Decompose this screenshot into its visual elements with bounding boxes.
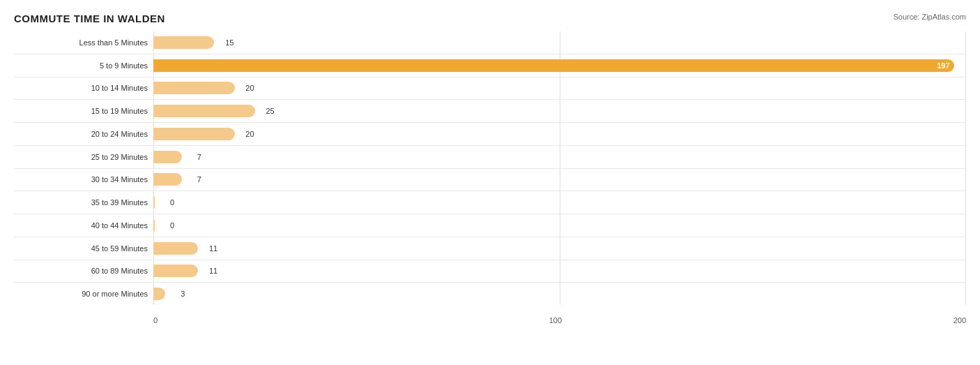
- bar-area: 25: [153, 101, 966, 121]
- bar-row: Less than 5 Minutes15: [14, 31, 966, 54]
- bar-area: 20: [153, 79, 966, 98]
- bar: 11: [153, 242, 198, 255]
- bar-label: 40 to 44 Minutes: [14, 221, 153, 230]
- bar-value: 11: [209, 244, 217, 253]
- bar-row: 90 or more Minutes3: [14, 283, 966, 305]
- chart-container: COMMUTE TIME IN WALDEN Source: ZipAtlas.…: [0, 0, 980, 365]
- bar-label: 45 to 59 Minutes: [14, 244, 153, 253]
- bar: 0: [153, 219, 155, 232]
- bar: 11: [153, 265, 198, 277]
- bar-row: 10 to 14 Minutes20: [14, 77, 966, 100]
- bar-label: Less than 5 Minutes: [14, 38, 153, 47]
- bar-value: 15: [225, 38, 233, 47]
- bar-row: 40 to 44 Minutes0: [14, 214, 966, 237]
- bar-row: 25 to 29 Minutes7: [14, 146, 966, 169]
- chart-title: COMMUTE TIME IN WALDEN: [14, 13, 165, 24]
- bar-row: 20 to 24 Minutes20: [14, 123, 966, 146]
- bar-row: 5 to 9 Minutes197: [14, 54, 966, 77]
- bar-label: 35 to 39 Minutes: [14, 198, 153, 207]
- chart-source: Source: ZipAtlas.com: [893, 13, 966, 21]
- bar-label: 10 to 14 Minutes: [14, 84, 153, 92]
- bar-label: 60 to 89 Minutes: [14, 267, 153, 275]
- x-axis: 0100200: [153, 305, 966, 325]
- bar-row: 35 to 39 Minutes0: [14, 191, 966, 214]
- bar-area: 11: [153, 239, 966, 258]
- bar-label: 15 to 19 Minutes: [14, 107, 153, 115]
- bar: 7: [153, 151, 182, 163]
- rows-container: Less than 5 Minutes155 to 9 Minutes19710…: [14, 31, 966, 305]
- x-axis-label: 100: [549, 316, 562, 325]
- x-axis-label: 0: [153, 316, 158, 325]
- bar-area: 11: [153, 262, 966, 281]
- bar-area: 197: [153, 56, 966, 75]
- bar-value: 11: [209, 267, 217, 275]
- bar-row: 15 to 19 Minutes25: [14, 100, 966, 123]
- bar-area: 0: [153, 216, 966, 235]
- bar-value: 20: [245, 84, 254, 92]
- bar-value: 0: [170, 198, 174, 207]
- bar-value: 7: [197, 153, 201, 161]
- bar-value: 25: [266, 107, 275, 115]
- bar-area: 7: [153, 147, 966, 167]
- chart-header: COMMUTE TIME IN WALDEN Source: ZipAtlas.…: [14, 13, 966, 24]
- bar-value: 0: [170, 221, 174, 230]
- bar-label: 20 to 24 Minutes: [14, 130, 153, 138]
- bar-area: 20: [153, 124, 966, 144]
- bar: 25: [153, 105, 255, 117]
- bar-label: 25 to 29 Minutes: [14, 153, 153, 161]
- bar-area: 3: [153, 284, 966, 304]
- bar-value: 197: [937, 61, 949, 70]
- bar-row: 45 to 59 Minutes11: [14, 237, 966, 260]
- bar: 20: [153, 82, 235, 94]
- bar: 197: [153, 59, 954, 72]
- bar-row: 60 to 89 Minutes11: [14, 260, 966, 283]
- x-axis-label: 200: [954, 316, 966, 325]
- bar: 20: [153, 128, 235, 140]
- bar: 0: [153, 196, 155, 209]
- bar-value: 7: [197, 175, 201, 184]
- bar-label: 90 or more Minutes: [14, 290, 153, 298]
- chart-area: Less than 5 Minutes155 to 9 Minutes19710…: [14, 31, 966, 325]
- bar-area: 15: [153, 33, 966, 52]
- bar-value: 20: [245, 130, 254, 138]
- bar: 7: [153, 173, 182, 186]
- bar-label: 30 to 34 Minutes: [14, 175, 153, 184]
- bar-value: 3: [181, 290, 185, 298]
- bar-label: 5 to 9 Minutes: [14, 61, 153, 70]
- bar: 3: [153, 288, 165, 300]
- bar-area: 0: [153, 193, 966, 212]
- bar-row: 30 to 34 Minutes7: [14, 169, 966, 192]
- bar: 15: [153, 36, 214, 49]
- bar-area: 7: [153, 170, 966, 190]
